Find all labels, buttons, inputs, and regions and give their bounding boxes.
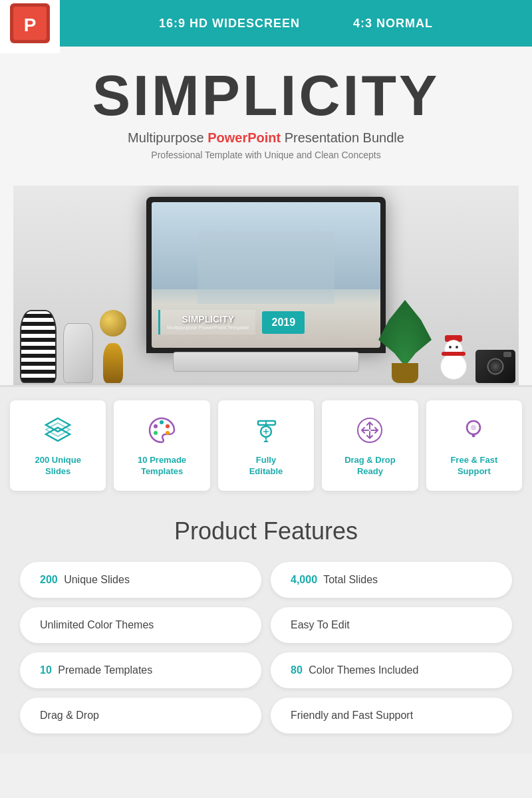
hero-section: SIMPLICITY Multipurpose PowerPoint Prese… (0, 47, 532, 385)
camera-lens (487, 358, 504, 375)
feature-label-templates: 10 PremadeTemplates (138, 455, 186, 477)
hero-subtitle-after: Presentation Bundle (281, 130, 404, 145)
deco-left (13, 310, 126, 383)
hero-subtitle: Multipurpose PowerPoint Presentation Bun… (13, 130, 519, 146)
hero-subtitle-before: Multipurpose (128, 130, 207, 145)
svg-point-21 (471, 425, 476, 430)
svg-marker-14 (263, 440, 269, 442)
svg-marker-4 (46, 428, 70, 441)
highlight-80: 80 (291, 664, 303, 676)
support-icon (459, 414, 489, 447)
svg-marker-3 (46, 418, 70, 432)
feature-card-editable: FullyEditable (218, 400, 314, 491)
monitor-scene: SIMPLICITY Multipurpose PowerPoint Templ… (13, 186, 519, 385)
widescreen-link[interactable]: 16:9 HD WIDESCREEN (159, 17, 300, 31)
screen-content: SIMPLICITY Multipurpose PowerPoint Templ… (158, 310, 374, 334)
monitor-area: SIMPLICITY Multipurpose PowerPoint Templ… (13, 172, 519, 385)
vase-white (63, 323, 93, 383)
feature-card-support: Free & FastSupport (426, 400, 522, 491)
monitor-screen: SIMPLICITY Multipurpose PowerPoint Templ… (152, 202, 380, 348)
feature-label-drag: Drag & DropReady (344, 455, 396, 477)
snowman-body (440, 353, 467, 380)
top-bar: P 16:9 HD WIDESCREEN 4:3 NORMAL (0, 0, 532, 47)
svg-point-6 (154, 424, 158, 428)
screen-title-box: SIMPLICITY Multipurpose PowerPoint Templ… (158, 310, 255, 334)
screen-sub-text: Multipurpose PowerPoint Template (167, 325, 249, 331)
svg-point-10 (154, 431, 158, 435)
edit-icon (251, 414, 281, 447)
feature-label-support: Free & FastSupport (450, 455, 497, 477)
pill-easy-edit: Easy To Edit (271, 607, 512, 643)
highlight-4000: 4,000 (291, 574, 317, 586)
camera-box (475, 350, 515, 383)
layers-icon (43, 414, 73, 447)
highlight-10: 10 (40, 664, 52, 676)
svg-point-7 (160, 420, 164, 424)
features-bar: 200 UniqueSlides 10 PremadeTemplates (0, 385, 532, 504)
svg-point-8 (166, 424, 170, 428)
highlight-200: 200 (40, 574, 58, 586)
pill-total-slides: 4,000 Total Slides (271, 562, 512, 598)
plant (378, 297, 432, 383)
ppt-logo-icon: P (10, 3, 50, 43)
features-grid: 200 Unique Slides 4,000 Total Slides Unl… (20, 562, 512, 733)
pill-unique-slides: 200 Unique Slides (20, 562, 261, 598)
vase-striped (20, 310, 57, 383)
hero-brand: PowerPoint (207, 130, 281, 145)
svg-point-20 (472, 434, 475, 437)
monitor-wrapper: SIMPLICITY Multipurpose PowerPoint Templ… (146, 197, 386, 372)
svg-point-9 (166, 431, 170, 435)
section-title: Product Features (20, 517, 512, 545)
pill-80-themes: 80 Color Themes Included (271, 652, 512, 688)
pill-drag-drop: Drag & Drop (20, 698, 261, 733)
pill-color-themes: Unlimited Color Themes (20, 607, 261, 643)
pill-premade: 10 Premade Templates (20, 652, 261, 688)
plant-pot (392, 363, 418, 383)
screen-title-text: SIMPLICITY (167, 314, 249, 325)
product-section: Product Features 200 Unique Slides 4,000… (0, 504, 532, 753)
hero-tagline: Professional Template with Unique and Cl… (13, 150, 519, 160)
normal-link[interactable]: 4:3 NORMAL (353, 17, 433, 31)
feature-card-slides: 200 UniqueSlides (10, 400, 106, 491)
top-bar-links: 16:9 HD WIDESCREEN 4:3 NORMAL (60, 17, 532, 31)
feature-label-editable: FullyEditable (249, 455, 283, 477)
feature-label-slides: 200 UniqueSlides (35, 455, 81, 477)
deco-right (378, 297, 519, 383)
svg-marker-5 (46, 423, 70, 436)
pill-fast-support: Friendly and Fast Support (271, 698, 512, 733)
snowman (437, 333, 470, 380)
gold-ball (100, 310, 126, 336)
plant-leaves (378, 300, 432, 366)
feature-card-templates: 10 PremadeTemplates (114, 400, 209, 491)
palette-icon (147, 414, 177, 447)
screen-year-badge: 2019 (262, 311, 305, 334)
hero-title: SIMPLICITY (13, 66, 519, 124)
feature-card-drag: Drag & DropReady (322, 400, 418, 491)
ppt-logo: P (0, 0, 60, 53)
keyboard (173, 352, 359, 372)
svg-text:P: P (24, 15, 37, 35)
gold-figure (103, 343, 123, 383)
monitor-frame: SIMPLICITY Multipurpose PowerPoint Templ… (146, 197, 386, 353)
drag-icon (355, 414, 385, 447)
